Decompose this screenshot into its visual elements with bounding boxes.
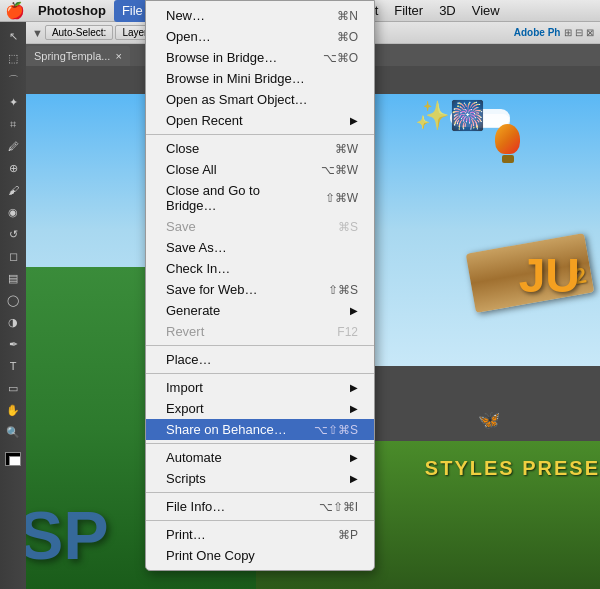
menu-item-open[interactable]: Open… ⌘O	[146, 26, 374, 47]
menu-item-export[interactable]: Export ▶	[146, 398, 374, 419]
menu-item-save-web[interactable]: Save for Web… ⇧⌘S	[146, 279, 374, 300]
menu-item-new[interactable]: New… ⌘N	[146, 5, 374, 26]
menu-item-browse-bridge[interactable]: Browse in Bridge… ⌥⌘O	[146, 47, 374, 68]
menu-item-check-in[interactable]: Check In…	[146, 258, 374, 279]
menu-item-open-smart[interactable]: Open as Smart Object…	[146, 89, 374, 110]
dropdown-overlay: New… ⌘N Open… ⌘O Browse in Bridge… ⌥⌘O B…	[0, 0, 600, 589]
menu-item-file-info[interactable]: File Info… ⌥⇧⌘I	[146, 496, 374, 517]
menu-item-generate[interactable]: Generate ▶	[146, 300, 374, 321]
file-dropdown-menu: New… ⌘N Open… ⌘O Browse in Bridge… ⌥⌘O B…	[145, 0, 375, 571]
separator-2	[146, 345, 374, 346]
menu-item-place[interactable]: Place…	[146, 349, 374, 370]
menu-item-close[interactable]: Close ⌘W	[146, 138, 374, 159]
menu-item-save[interactable]: Save ⌘S	[146, 216, 374, 237]
menu-item-automate[interactable]: Automate ▶	[146, 447, 374, 468]
separator-5	[146, 492, 374, 493]
separator-4	[146, 443, 374, 444]
menu-item-save-as[interactable]: Save As…	[146, 237, 374, 258]
menu-item-scripts[interactable]: Scripts ▶	[146, 468, 374, 489]
menu-item-print[interactable]: Print… ⌘P	[146, 524, 374, 545]
menu-item-open-recent[interactable]: Open Recent ▶	[146, 110, 374, 131]
menu-item-share-behance[interactable]: Share on Behance… ⌥⇧⌘S	[146, 419, 374, 440]
menu-item-browse-mini-bridge[interactable]: Browse in Mini Bridge…	[146, 68, 374, 89]
separator-3	[146, 373, 374, 374]
separator-6	[146, 520, 374, 521]
menu-item-close-bridge[interactable]: Close and Go to Bridge… ⇧⌘W	[146, 180, 374, 216]
separator-1	[146, 134, 374, 135]
menu-item-close-all[interactable]: Close All ⌥⌘W	[146, 159, 374, 180]
menu-item-print-one-copy[interactable]: Print One Copy	[146, 545, 374, 566]
menu-item-import[interactable]: Import ▶	[146, 377, 374, 398]
menu-item-revert[interactable]: Revert F12	[146, 321, 374, 342]
